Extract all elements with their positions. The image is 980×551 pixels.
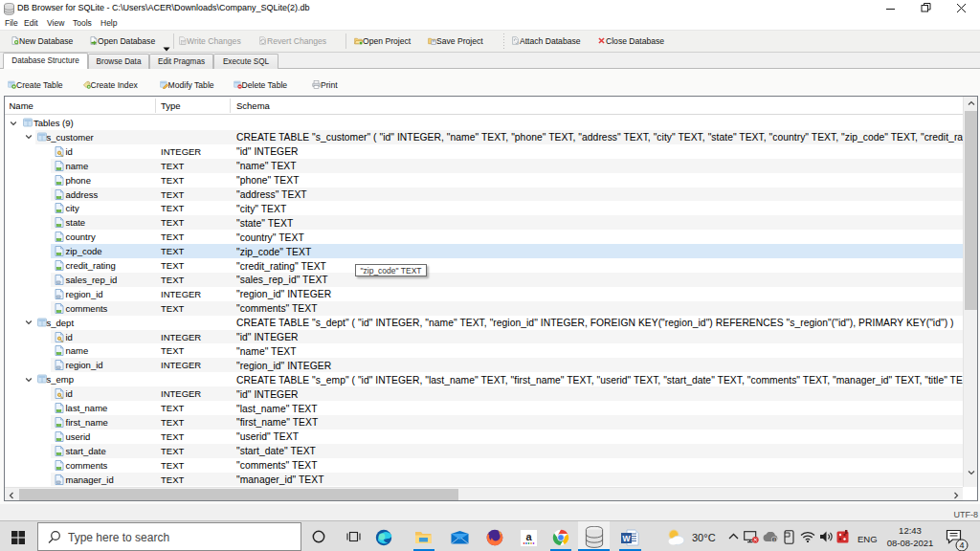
svg-text:W: W	[622, 534, 631, 543]
svg-text:a: a	[525, 531, 532, 542]
svg-text:i: i	[773, 537, 774, 542]
svg-text:4: 4	[959, 540, 964, 550]
